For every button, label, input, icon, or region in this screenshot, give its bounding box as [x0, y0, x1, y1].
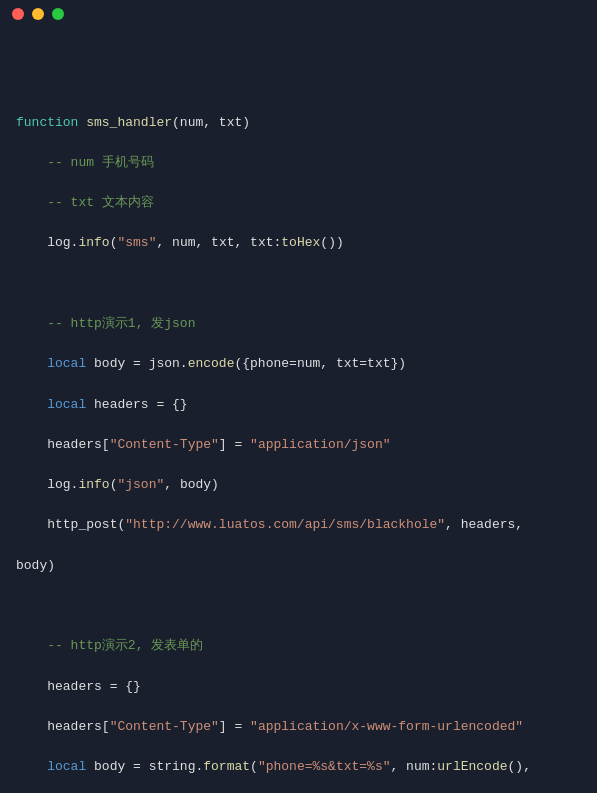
line-func-def: function sms_handler(num, txt) [16, 113, 581, 133]
line-local-body2: local body = string.format("phone=%s&txt… [16, 757, 581, 777]
line-headers-ct2: headers["Content-Type"] = "application/x… [16, 717, 581, 737]
close-dot [12, 8, 24, 20]
line-headers-eq: headers = {} [16, 677, 581, 697]
code-editor: function sms_handler(num, txt) -- num 手机… [0, 28, 597, 793]
line-httppost1b: body) [16, 556, 581, 576]
line-local-headers1: local headers = {} [16, 395, 581, 415]
maximize-dot [52, 8, 64, 20]
line-comment-num: -- num 手机号码 [16, 153, 581, 173]
title-bar [0, 0, 597, 28]
line-headers-ct1: headers["Content-Type"] = "application/j… [16, 435, 581, 455]
line-comment-http2: -- http演示2, 发表单的 [16, 636, 581, 656]
line-log2: log.info("json", body) [16, 475, 581, 495]
line-blank3 [16, 596, 581, 616]
line-local-body1: local body = json.encode({phone=num, txt… [16, 354, 581, 374]
line-blank1 [16, 72, 581, 92]
line-comment-txt: -- txt 文本内容 [16, 193, 581, 213]
minimize-dot [32, 8, 44, 20]
line-blank2 [16, 274, 581, 294]
line-comment-http1: -- http演示1, 发json [16, 314, 581, 334]
line-log1: log.info("sms", num, txt, txt:toHex()) [16, 233, 581, 253]
line-httppost1a: http_post("http://www.luatos.com/api/sms… [16, 515, 581, 535]
